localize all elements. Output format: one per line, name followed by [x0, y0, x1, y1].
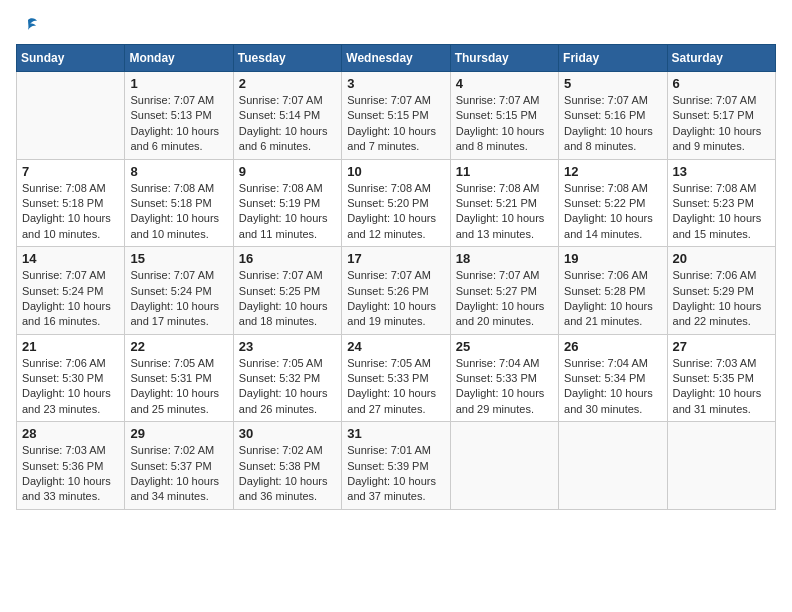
day-number: 31 — [347, 426, 444, 441]
day-number: 14 — [22, 251, 119, 266]
day-number: 7 — [22, 164, 119, 179]
calendar-cell: 26Sunrise: 7:04 AM Sunset: 5:34 PM Dayli… — [559, 334, 667, 422]
calendar-cell — [450, 422, 558, 510]
day-number: 22 — [130, 339, 227, 354]
day-info: Sunrise: 7:04 AM Sunset: 5:33 PM Dayligh… — [456, 356, 553, 418]
day-number: 11 — [456, 164, 553, 179]
day-info: Sunrise: 7:07 AM Sunset: 5:16 PM Dayligh… — [564, 93, 661, 155]
day-info: Sunrise: 7:07 AM Sunset: 5:27 PM Dayligh… — [456, 268, 553, 330]
calendar-cell: 7Sunrise: 7:08 AM Sunset: 5:18 PM Daylig… — [17, 159, 125, 247]
calendar-cell: 28Sunrise: 7:03 AM Sunset: 5:36 PM Dayli… — [17, 422, 125, 510]
day-info: Sunrise: 7:07 AM Sunset: 5:14 PM Dayligh… — [239, 93, 336, 155]
day-info: Sunrise: 7:05 AM Sunset: 5:31 PM Dayligh… — [130, 356, 227, 418]
calendar-cell: 18Sunrise: 7:07 AM Sunset: 5:27 PM Dayli… — [450, 247, 558, 335]
page-header — [16, 16, 776, 34]
calendar-cell: 14Sunrise: 7:07 AM Sunset: 5:24 PM Dayli… — [17, 247, 125, 335]
day-number: 30 — [239, 426, 336, 441]
column-header-sunday: Sunday — [17, 45, 125, 72]
calendar-cell: 20Sunrise: 7:06 AM Sunset: 5:29 PM Dayli… — [667, 247, 775, 335]
column-header-tuesday: Tuesday — [233, 45, 341, 72]
calendar-cell: 23Sunrise: 7:05 AM Sunset: 5:32 PM Dayli… — [233, 334, 341, 422]
day-number: 1 — [130, 76, 227, 91]
day-number: 6 — [673, 76, 770, 91]
day-info: Sunrise: 7:08 AM Sunset: 5:18 PM Dayligh… — [130, 181, 227, 243]
calendar-cell: 12Sunrise: 7:08 AM Sunset: 5:22 PM Dayli… — [559, 159, 667, 247]
day-info: Sunrise: 7:08 AM Sunset: 5:19 PM Dayligh… — [239, 181, 336, 243]
logo-bird-icon — [18, 16, 38, 34]
week-row-5: 28Sunrise: 7:03 AM Sunset: 5:36 PM Dayli… — [17, 422, 776, 510]
day-number: 2 — [239, 76, 336, 91]
calendar-cell: 15Sunrise: 7:07 AM Sunset: 5:24 PM Dayli… — [125, 247, 233, 335]
calendar-cell: 22Sunrise: 7:05 AM Sunset: 5:31 PM Dayli… — [125, 334, 233, 422]
day-info: Sunrise: 7:07 AM Sunset: 5:13 PM Dayligh… — [130, 93, 227, 155]
calendar-cell: 27Sunrise: 7:03 AM Sunset: 5:35 PM Dayli… — [667, 334, 775, 422]
day-info: Sunrise: 7:08 AM Sunset: 5:23 PM Dayligh… — [673, 181, 770, 243]
column-header-monday: Monday — [125, 45, 233, 72]
calendar-cell: 8Sunrise: 7:08 AM Sunset: 5:18 PM Daylig… — [125, 159, 233, 247]
calendar-cell: 21Sunrise: 7:06 AM Sunset: 5:30 PM Dayli… — [17, 334, 125, 422]
day-number: 13 — [673, 164, 770, 179]
day-info: Sunrise: 7:03 AM Sunset: 5:35 PM Dayligh… — [673, 356, 770, 418]
calendar-cell: 30Sunrise: 7:02 AM Sunset: 5:38 PM Dayli… — [233, 422, 341, 510]
calendar-cell: 16Sunrise: 7:07 AM Sunset: 5:25 PM Dayli… — [233, 247, 341, 335]
day-info: Sunrise: 7:04 AM Sunset: 5:34 PM Dayligh… — [564, 356, 661, 418]
day-number: 5 — [564, 76, 661, 91]
day-number: 12 — [564, 164, 661, 179]
column-header-wednesday: Wednesday — [342, 45, 450, 72]
calendar-cell: 1Sunrise: 7:07 AM Sunset: 5:13 PM Daylig… — [125, 72, 233, 160]
day-number: 4 — [456, 76, 553, 91]
day-info: Sunrise: 7:08 AM Sunset: 5:18 PM Dayligh… — [22, 181, 119, 243]
day-info: Sunrise: 7:08 AM Sunset: 5:20 PM Dayligh… — [347, 181, 444, 243]
day-number: 16 — [239, 251, 336, 266]
day-info: Sunrise: 7:08 AM Sunset: 5:22 PM Dayligh… — [564, 181, 661, 243]
calendar-cell: 10Sunrise: 7:08 AM Sunset: 5:20 PM Dayli… — [342, 159, 450, 247]
calendar-cell: 13Sunrise: 7:08 AM Sunset: 5:23 PM Dayli… — [667, 159, 775, 247]
day-info: Sunrise: 7:07 AM Sunset: 5:24 PM Dayligh… — [22, 268, 119, 330]
day-number: 10 — [347, 164, 444, 179]
day-number: 28 — [22, 426, 119, 441]
day-info: Sunrise: 7:06 AM Sunset: 5:30 PM Dayligh… — [22, 356, 119, 418]
calendar-cell: 31Sunrise: 7:01 AM Sunset: 5:39 PM Dayli… — [342, 422, 450, 510]
day-info: Sunrise: 7:06 AM Sunset: 5:28 PM Dayligh… — [564, 268, 661, 330]
day-number: 19 — [564, 251, 661, 266]
day-number: 26 — [564, 339, 661, 354]
calendar-cell: 24Sunrise: 7:05 AM Sunset: 5:33 PM Dayli… — [342, 334, 450, 422]
calendar-cell: 25Sunrise: 7:04 AM Sunset: 5:33 PM Dayli… — [450, 334, 558, 422]
day-info: Sunrise: 7:03 AM Sunset: 5:36 PM Dayligh… — [22, 443, 119, 505]
logo — [16, 16, 40, 34]
day-info: Sunrise: 7:08 AM Sunset: 5:21 PM Dayligh… — [456, 181, 553, 243]
day-number: 15 — [130, 251, 227, 266]
day-info: Sunrise: 7:05 AM Sunset: 5:33 PM Dayligh… — [347, 356, 444, 418]
week-row-3: 14Sunrise: 7:07 AM Sunset: 5:24 PM Dayli… — [17, 247, 776, 335]
day-number: 17 — [347, 251, 444, 266]
day-number: 21 — [22, 339, 119, 354]
calendar-table: SundayMondayTuesdayWednesdayThursdayFrid… — [16, 44, 776, 510]
calendar-cell — [17, 72, 125, 160]
day-number: 27 — [673, 339, 770, 354]
day-info: Sunrise: 7:02 AM Sunset: 5:38 PM Dayligh… — [239, 443, 336, 505]
calendar-cell: 4Sunrise: 7:07 AM Sunset: 5:15 PM Daylig… — [450, 72, 558, 160]
column-header-thursday: Thursday — [450, 45, 558, 72]
calendar-cell: 17Sunrise: 7:07 AM Sunset: 5:26 PM Dayli… — [342, 247, 450, 335]
day-number: 8 — [130, 164, 227, 179]
header-row: SundayMondayTuesdayWednesdayThursdayFrid… — [17, 45, 776, 72]
day-info: Sunrise: 7:05 AM Sunset: 5:32 PM Dayligh… — [239, 356, 336, 418]
calendar-cell: 29Sunrise: 7:02 AM Sunset: 5:37 PM Dayli… — [125, 422, 233, 510]
column-header-friday: Friday — [559, 45, 667, 72]
calendar-cell — [667, 422, 775, 510]
day-number: 29 — [130, 426, 227, 441]
calendar-cell — [559, 422, 667, 510]
week-row-1: 1Sunrise: 7:07 AM Sunset: 5:13 PM Daylig… — [17, 72, 776, 160]
calendar-cell: 2Sunrise: 7:07 AM Sunset: 5:14 PM Daylig… — [233, 72, 341, 160]
day-info: Sunrise: 7:02 AM Sunset: 5:37 PM Dayligh… — [130, 443, 227, 505]
day-number: 9 — [239, 164, 336, 179]
calendar-cell: 5Sunrise: 7:07 AM Sunset: 5:16 PM Daylig… — [559, 72, 667, 160]
day-info: Sunrise: 7:07 AM Sunset: 5:15 PM Dayligh… — [456, 93, 553, 155]
day-info: Sunrise: 7:07 AM Sunset: 5:15 PM Dayligh… — [347, 93, 444, 155]
day-info: Sunrise: 7:07 AM Sunset: 5:25 PM Dayligh… — [239, 268, 336, 330]
week-row-2: 7Sunrise: 7:08 AM Sunset: 5:18 PM Daylig… — [17, 159, 776, 247]
day-info: Sunrise: 7:07 AM Sunset: 5:24 PM Dayligh… — [130, 268, 227, 330]
day-info: Sunrise: 7:01 AM Sunset: 5:39 PM Dayligh… — [347, 443, 444, 505]
day-number: 25 — [456, 339, 553, 354]
calendar-cell: 19Sunrise: 7:06 AM Sunset: 5:28 PM Dayli… — [559, 247, 667, 335]
